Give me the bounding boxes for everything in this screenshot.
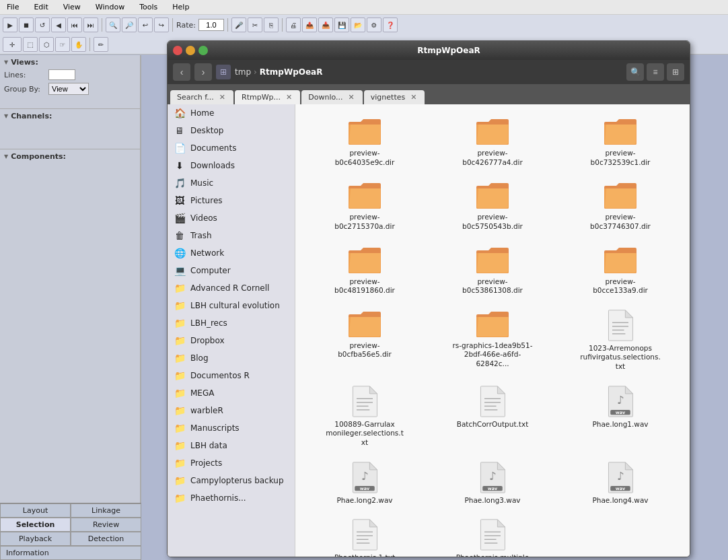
sidebar-item-trash[interactable]: 🗑Trash (168, 227, 295, 244)
sidebar-item-dropbox[interactable]: 📁Dropbox (168, 332, 295, 349)
lines-input[interactable] (48, 69, 75, 80)
open-button[interactable]: 📂 (351, 18, 365, 32)
scissors-button[interactable]: ✂ (248, 18, 262, 32)
back-button[interactable]: ◀ (51, 18, 66, 32)
file-item[interactable]: preview-b0c426777a4.dir (430, 111, 555, 172)
menu-tools[interactable]: Tools (135, 1, 161, 13)
sidebar-item-downloads[interactable]: ⬇Downloads (168, 157, 295, 174)
play-button[interactable]: ▶ (3, 18, 17, 32)
file-item[interactable]: rs-graphics-1dea9b51-2bdf-466e-a6fd-6284… (430, 304, 555, 377)
tab-review[interactable]: Review (71, 518, 141, 532)
menu-help[interactable]: Help (168, 1, 193, 13)
menu-file[interactable]: File (3, 1, 23, 13)
select-button[interactable]: ✛ (3, 37, 22, 52)
file-item[interactable]: 100889-Garrulax monileger.selections.txt (302, 380, 427, 453)
pan-button[interactable]: ✋ (71, 37, 86, 52)
tab-detection[interactable]: Detection (71, 532, 141, 546)
undo-button[interactable]: ↩ (138, 18, 153, 32)
brush-button[interactable]: ✏ (94, 37, 108, 52)
fm-tab-vignettes-close[interactable]: ✕ (409, 93, 418, 102)
fm-tab-downloads[interactable]: Downlo... ✕ (301, 90, 362, 104)
sidebar-item-music[interactable]: 🎵Music (168, 174, 295, 192)
fm-tab-search-close[interactable]: ✕ (218, 93, 227, 102)
print-button[interactable]: 🖨 (286, 18, 301, 32)
next-button[interactable]: ⏭ (83, 18, 98, 32)
fm-back-button[interactable]: ‹ (173, 63, 190, 81)
file-item[interactable]: BatchCorrOutput.txt (430, 380, 555, 453)
sidebar-item-lbh-data[interactable]: 📁LBH data (168, 437, 295, 454)
sidebar-item-blog[interactable]: 📁Blog (168, 349, 295, 367)
loop-button[interactable]: ↺ (35, 18, 50, 32)
file-item[interactable]: wav ♪ Phae.long4.wav (558, 456, 683, 511)
sidebar-item-network[interactable]: 🌐Network (168, 244, 295, 262)
sidebar-item-mega[interactable]: 📁MEGA (168, 384, 295, 402)
file-item[interactable]: preview-b0c48191860.dir (302, 240, 427, 301)
tab-linkage[interactable]: Linkage (71, 503, 141, 518)
sidebar-item-home[interactable]: 🏠Home (168, 104, 295, 122)
fm-grid-view-button[interactable]: ⊞ (667, 63, 684, 81)
sidebar-item-documents[interactable]: 📄Documents (168, 139, 295, 157)
menu-view[interactable]: View (59, 1, 85, 13)
sidebar-item-videos[interactable]: 🎬Videos (168, 209, 295, 227)
menu-window[interactable]: Window (92, 1, 129, 13)
poly-select-button[interactable]: ⬡ (39, 37, 54, 52)
window-maximize-button[interactable] (198, 46, 208, 55)
prev-button[interactable]: ⏮ (67, 18, 82, 32)
file-item[interactable]: preview-b0cce133a9.dir (558, 240, 683, 301)
sidebar-item-warbler[interactable]: 📁warbleR (168, 402, 295, 419)
sidebar-item-manuscripts[interactable]: 📁Manuscripts (168, 419, 295, 437)
fm-tab-rtmp[interactable]: RtmpWp... ✕ (235, 90, 300, 104)
sidebar-item-advanced-r-cornell[interactable]: 📁Advanced R Cornell (168, 279, 295, 297)
file-item[interactable]: wav ♪ Phae.long1.wav (558, 380, 683, 453)
file-item[interactable]: Phaethornis 1.txt (302, 513, 427, 557)
file-item[interactable]: preview-b0cfba56e5.dir (302, 304, 427, 377)
sidebar-item-lbh_recs[interactable]: 📁LBH_recs (168, 314, 295, 332)
sidebar-item-phaethornis...[interactable]: 📁Phaethornis... (168, 489, 295, 507)
menu-edit[interactable]: Edit (30, 1, 52, 13)
help-button[interactable]: ❓ (383, 18, 398, 32)
zoom-in-button[interactable]: 🔍 (106, 18, 120, 32)
file-item[interactable]: Phaethornis multiple sound files.txt (430, 513, 555, 557)
rate-input[interactable] (198, 19, 224, 31)
fm-tab-search[interactable]: Search f... ✕ (170, 90, 233, 104)
file-item[interactable]: preview-b0c5750543b.dir (430, 175, 555, 236)
file-item[interactable]: wav ♪ Phae.long3.wav (430, 456, 555, 511)
sidebar-item-projects[interactable]: 📁Projects (168, 454, 295, 472)
sidebar-item-pictures[interactable]: 🖼Pictures (168, 192, 295, 209)
tab-layout[interactable]: Layout (0, 503, 71, 518)
window-minimize-button[interactable] (186, 46, 195, 55)
sidebar-item-computer[interactable]: 💻Computer (168, 262, 295, 279)
save-button[interactable]: 💾 (334, 18, 349, 32)
fm-list-view-button[interactable]: ≡ (647, 63, 664, 81)
sidebar-item-campylopterus-backup[interactable]: 📁Campylopterus backup (168, 472, 295, 489)
file-item[interactable]: preview-b0c37746307.dir (558, 175, 683, 236)
copy-button[interactable]: ⎘ (264, 18, 279, 32)
fm-search-button[interactable]: 🔍 (626, 63, 644, 81)
sidebar-item-desktop[interactable]: 🖥Desktop (168, 122, 295, 139)
tab-playback[interactable]: Playback (0, 532, 71, 546)
file-item[interactable]: preview-b0c64035e9c.dir (302, 111, 427, 172)
sidebar-item-documentos-r[interactable]: 📁Documentos R (168, 367, 295, 384)
fm-tab-downloads-close[interactable]: ✕ (347, 93, 356, 102)
settings-button[interactable]: ⚙ (367, 18, 381, 32)
fm-tab-rtmp-close[interactable]: ✕ (285, 93, 293, 102)
group-by-select[interactable]: View (48, 83, 89, 95)
file-item[interactable]: preview-b0c2715370a.dir (302, 175, 427, 236)
sidebar-item-lbh-cultural-evolution[interactable]: 📁LBH cultural evolution (168, 297, 295, 314)
tab-selection[interactable]: Selection (0, 518, 71, 532)
file-item[interactable]: wav ♪ Phae.long2.wav (302, 456, 427, 511)
zoom-out-button[interactable]: 🔎 (122, 18, 137, 32)
mic-button[interactable]: 🎤 (231, 18, 246, 32)
file-item[interactable]: preview-b0c732539c1.dir (558, 111, 683, 172)
fm-forward-button[interactable]: › (194, 63, 212, 81)
window-close-button[interactable] (173, 46, 182, 55)
file-item[interactable]: 1023-Arremonops rufivirgatus.selections.… (558, 304, 683, 377)
import-button[interactable]: 📥 (318, 18, 333, 32)
export-button[interactable]: 📤 (302, 18, 317, 32)
redo-button[interactable]: ↪ (154, 18, 169, 32)
stop-button[interactable]: ⏹ (19, 18, 34, 32)
fm-tab-vignettes[interactable]: vignettes ✕ (364, 90, 425, 104)
rect-select-button[interactable]: ⬚ (23, 37, 38, 52)
tab-information[interactable]: Information (0, 546, 141, 560)
hand-button[interactable]: ☞ (55, 37, 70, 52)
